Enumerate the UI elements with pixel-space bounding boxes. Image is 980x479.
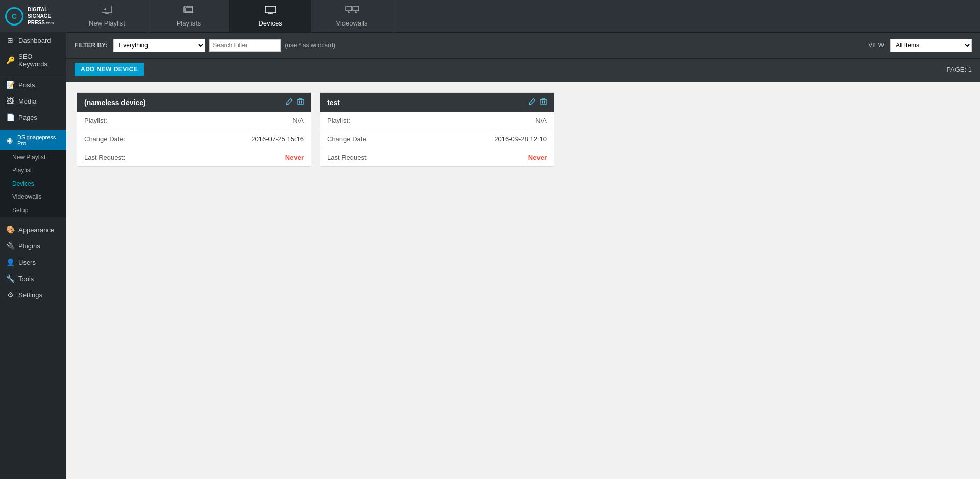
view-select[interactable]: All Items Active Only Inactive Only: [890, 39, 972, 52]
device-1-delete-button[interactable]: [297, 98, 304, 107]
device-1-body: Playlist: N/A Change Date: 2016-07-25 15…: [77, 112, 311, 166]
device-2-playlist-row: Playlist: N/A: [320, 112, 554, 130]
new-playlist-nav-icon: [102, 6, 113, 17]
add-new-device-button[interactable]: ADD NEW DEVICE: [75, 63, 144, 76]
device-2-delete-button[interactable]: [540, 98, 547, 107]
topnav-new-playlist[interactable]: New Playlist: [66, 0, 148, 32]
device-1-change-date-label: Change Date:: [84, 135, 125, 143]
topnav-videowalls-label: Videowalls: [336, 19, 368, 27]
device-1-last-request-label: Last Request:: [84, 154, 125, 161]
device-2-body: Playlist: N/A Change Date: 2016-09-28 12…: [320, 112, 554, 166]
svg-rect-12: [353, 6, 359, 11]
sidebar-item-pages[interactable]: 📄 Pages: [0, 109, 66, 125]
device-2-last-request-value: Never: [528, 154, 547, 161]
sidebar-item-media[interactable]: 🖼 Media: [0, 93, 66, 109]
sidebar-item-dsignagepress[interactable]: ◉ DSignagepress Pro: [0, 130, 66, 150]
topnav-devices-label: Devices: [258, 19, 282, 27]
device-1-playlist-row: Playlist: N/A: [77, 112, 311, 130]
device-2-playlist-value: N/A: [535, 117, 547, 124]
topnav-videowalls[interactable]: Videowalls: [311, 0, 393, 32]
settings-icon: ⚙: [6, 291, 14, 299]
filter-bar: FILTER BY: Everything Name Date (use * a…: [66, 33, 980, 59]
device-1-change-date-row: Change Date: 2016-07-25 15:16: [77, 130, 311, 148]
svg-rect-24: [541, 99, 546, 105]
sidebar-submenu: New Playlist Playlist Devices Videowalls…: [0, 150, 66, 217]
device-1-edit-button[interactable]: [286, 98, 293, 107]
sidebar-item-settings[interactable]: ⚙ Settings: [0, 287, 66, 303]
sidebar-divider-2: [0, 128, 66, 128]
device-2-last-request-label: Last Request:: [327, 154, 368, 161]
playlists-nav-icon: [183, 6, 194, 17]
devices-nav-icon: [265, 6, 276, 17]
sidebar-divider-1: [0, 74, 66, 74]
topnav-new-playlist-label: New Playlist: [89, 19, 125, 27]
dashboard-icon: ⊞: [6, 36, 14, 44]
dsignage-icon: ◉: [6, 136, 13, 144]
sidebar-item-new-playlist[interactable]: New Playlist: [0, 150, 66, 164]
page-info: PAGE: 1: [946, 66, 972, 73]
svg-rect-8: [265, 6, 276, 13]
posts-icon: 📝: [6, 81, 14, 89]
view-label: VIEW: [868, 42, 884, 49]
sidebar-item-devices[interactable]: Devices: [0, 177, 66, 190]
device-card-2: test: [320, 92, 554, 167]
logo-icon: C: [5, 7, 23, 26]
plugins-icon: 🔌: [6, 242, 14, 250]
main-content: New Playlist Playlists Devices: [66, 0, 980, 479]
filter-search-input[interactable]: [209, 39, 281, 52]
device-1-change-date-value: 2016-07-25 15:16: [251, 135, 304, 143]
topnav-playlists-label: Playlists: [177, 19, 201, 27]
device-2-change-date-row: Change Date: 2016-09-28 12:10: [320, 130, 554, 148]
device-1-name: (nameless device): [84, 98, 146, 107]
sidebar-item-appearance[interactable]: 🎨 Appearance: [0, 221, 66, 238]
actions-bar: ADD NEW DEVICE PAGE: 1: [66, 59, 980, 82]
device-2-last-request-row: Last Request: Never: [320, 148, 554, 166]
device-card-2-header: test: [320, 93, 554, 112]
svg-rect-17: [298, 99, 303, 105]
device-2-edit-button[interactable]: [529, 98, 536, 107]
device-2-playlist-label: Playlist:: [327, 117, 350, 124]
sidebar-item-dashboard[interactable]: ⊞ Dashboard: [0, 32, 66, 48]
sidebar: C DIGITALSIGNAGEPRESS.com ⊞ Dashboard 🔑 …: [0, 0, 66, 479]
sidebar-item-playlist[interactable]: Playlist: [0, 164, 66, 177]
device-1-actions: [286, 98, 304, 107]
appearance-icon: 🎨: [6, 225, 14, 234]
device-1-last-request-row: Last Request: Never: [77, 148, 311, 166]
topnav-playlists[interactable]: Playlists: [148, 0, 230, 32]
filter-hint: (use * as wildcard): [285, 42, 335, 49]
device-2-name: test: [327, 98, 340, 107]
videowalls-nav-icon: [345, 6, 359, 17]
device-2-change-date-label: Change Date:: [327, 135, 368, 143]
users-icon: 👤: [6, 258, 14, 266]
sidebar-item-plugins[interactable]: 🔌 Plugins: [0, 238, 66, 254]
topnav-devices[interactable]: Devices: [230, 0, 311, 32]
sidebar-item-posts[interactable]: 📝 Posts: [0, 77, 66, 93]
sidebar-divider-3: [0, 219, 66, 219]
devices-content: (nameless device): [66, 82, 980, 479]
device-1-last-request-value: Never: [285, 154, 304, 161]
sidebar-item-tools[interactable]: 🔧 Tools: [0, 270, 66, 287]
device-1-playlist-value: N/A: [292, 117, 304, 124]
pages-icon: 📄: [6, 113, 14, 121]
sidebar-item-videowalls[interactable]: Videowalls: [0, 190, 66, 204]
top-navigation: New Playlist Playlists Devices: [66, 0, 980, 33]
sidebar-item-seo-keywords[interactable]: 🔑 SEO Keywords: [0, 48, 66, 72]
sidebar-logo: C DIGITALSIGNAGEPRESS.com: [0, 0, 66, 32]
device-2-change-date-value: 2016-09-28 12:10: [494, 135, 547, 143]
media-icon: 🖼: [6, 97, 14, 105]
device-1-playlist-label: Playlist:: [84, 117, 107, 124]
device-2-actions: [529, 98, 547, 107]
logo-text: DIGITALSIGNAGEPRESS.com: [28, 6, 54, 26]
tools-icon: 🔧: [6, 274, 14, 283]
filter-select[interactable]: Everything Name Date: [113, 39, 205, 52]
device-card-1-header: (nameless device): [77, 93, 311, 112]
svg-rect-0: [102, 6, 112, 13]
seo-icon: 🔑: [6, 56, 14, 64]
filter-by-label: FILTER BY:: [75, 42, 107, 49]
sidebar-item-users[interactable]: 👤 Users: [0, 254, 66, 270]
device-card-1: (nameless device): [77, 92, 311, 167]
sidebar-item-setup[interactable]: Setup: [0, 204, 66, 217]
svg-rect-11: [346, 6, 352, 11]
